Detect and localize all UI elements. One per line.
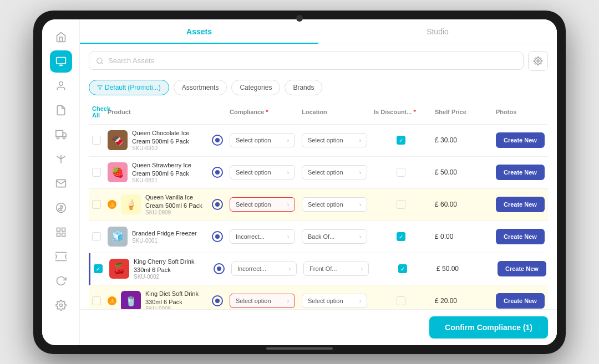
create-new-button[interactable]: Create New — [496, 229, 545, 244]
table-container: Check All Product Compliance* Location I… — [80, 100, 557, 309]
row-checkbox[interactable] — [92, 200, 101, 209]
compliance-select[interactable]: Select option› — [230, 133, 295, 147]
filter-brands[interactable]: Brands — [285, 80, 322, 95]
create-new-button[interactable]: Create New — [498, 261, 546, 276]
product-radio[interactable] — [212, 295, 223, 306]
product-image: 🍓 — [108, 162, 128, 182]
create-new-button[interactable]: Create New — [496, 165, 545, 180]
filter-assortments[interactable]: Assortments — [174, 80, 227, 95]
location-value: Select option — [308, 201, 343, 208]
col-product: Product — [104, 103, 226, 121]
row-checkbox[interactable] — [92, 232, 101, 241]
bottom-bar: Confirm Compliance (1) — [80, 309, 557, 345]
compliance-select[interactable]: Select option› — [230, 294, 295, 308]
product-sku: SKU-0811 — [132, 177, 207, 183]
compliance-value: Incorrect... — [237, 265, 266, 272]
row-checkbox[interactable] — [92, 296, 101, 305]
home-icon[interactable] — [50, 26, 72, 48]
create-new-button[interactable]: Create New — [496, 293, 545, 309]
user-icon[interactable] — [50, 75, 72, 97]
discount-checkbox[interactable] — [398, 264, 407, 273]
row-checkbox[interactable] — [92, 168, 101, 177]
mail-icon[interactable] — [50, 172, 72, 194]
compliance-select[interactable]: Incorrect...› — [231, 262, 297, 276]
svg-rect-8 — [57, 228, 60, 231]
svg-rect-2 — [55, 130, 63, 136]
chevron-icon: › — [287, 137, 289, 143]
settings-button[interactable] — [528, 51, 548, 71]
product-radio[interactable] — [212, 167, 223, 178]
sidebar — [42, 19, 80, 345]
warning-icon: ⚠ — [108, 296, 116, 305]
product-sku: SKU-0002 — [134, 274, 209, 280]
tab-studio[interactable]: Studio — [318, 19, 557, 44]
product-name: King Cherry Soft Drink 330ml 6 Pack — [134, 258, 209, 274]
row-checkbox[interactable] — [92, 136, 101, 145]
scale-icon[interactable] — [50, 148, 72, 170]
svg-marker-16 — [98, 85, 102, 90]
svg-point-12 — [59, 304, 62, 306]
row-checkbox[interactable] — [94, 264, 103, 273]
location-select[interactable]: Select option› — [302, 197, 367, 212]
svg-marker-3 — [63, 132, 66, 136]
col-photos: Photos — [493, 103, 557, 121]
compliance-value: Select option — [236, 201, 271, 208]
table-row: ⚠ 🥤 King Diet Soft Drink 330ml 6 Pack SK… — [89, 285, 548, 309]
product-radio[interactable] — [212, 199, 223, 210]
product-radio[interactable] — [212, 135, 223, 146]
location-select[interactable]: Select option› — [302, 133, 367, 147]
store-icon[interactable] — [50, 50, 72, 73]
discount-checkbox[interactable] — [397, 232, 405, 241]
location-select[interactable]: Select option› — [302, 165, 367, 180]
location-value: Back Of... — [308, 233, 334, 240]
discount-checkbox[interactable] — [397, 136, 405, 145]
col-location: Location — [298, 103, 370, 121]
filter-default[interactable]: Default (Promoti...) — [89, 80, 169, 95]
chevron-icon: › — [287, 234, 289, 240]
shelf-price: £ 30.00 — [432, 133, 493, 147]
shelf-price: £ 50.00 — [432, 165, 493, 180]
product-radio[interactable] — [214, 263, 225, 274]
document-icon[interactable] — [50, 99, 72, 121]
discount-checkbox[interactable] — [397, 296, 405, 305]
search-icon — [96, 57, 104, 65]
product-cell: 🍓 Queen Strawberry Ice Cream 500ml 6 Pac… — [108, 161, 223, 183]
product-cell: ⚠ 🥤 King Diet Soft Drink 330ml 6 Pack SK… — [108, 290, 223, 309]
compliance-select[interactable]: Select option› — [230, 197, 295, 212]
compliance-value: Select option — [236, 169, 271, 176]
refresh-icon[interactable] — [50, 270, 72, 292]
product-cell: 🍒 King Cherry Soft Drink 330ml 6 Pack SK… — [109, 258, 225, 280]
svg-point-15 — [537, 60, 539, 62]
location-value: Select option — [308, 298, 343, 304]
truck-icon[interactable] — [50, 124, 72, 146]
search-input[interactable] — [108, 57, 516, 65]
discount-checkbox[interactable] — [397, 168, 405, 177]
discount-checkbox[interactable] — [397, 200, 405, 209]
settings-icon[interactable] — [50, 294, 72, 316]
create-new-button[interactable]: Create New — [496, 132, 545, 148]
create-new-button[interactable]: Create New — [496, 197, 545, 212]
product-radio[interactable] — [212, 231, 223, 242]
svg-rect-11 — [62, 233, 65, 236]
dollar-icon[interactable] — [50, 197, 72, 219]
table-row: 🍒 King Cherry Soft Drink 330ml 6 Pack SK… — [89, 253, 548, 285]
location-select[interactable]: Front Of...› — [303, 262, 369, 276]
search-area — [80, 44, 557, 75]
svg-point-5 — [63, 136, 65, 139]
svg-rect-10 — [57, 233, 60, 236]
product-image: 🍫 — [108, 130, 128, 150]
compliance-select[interactable]: Incorrect...› — [230, 229, 295, 244]
product-image: 🍦 — [121, 194, 141, 214]
grid-icon[interactable] — [50, 221, 72, 243]
chevron-icon: › — [359, 234, 361, 240]
compliance-value: Select option — [236, 137, 271, 143]
product-name: Branded Fridge Freezer — [132, 229, 207, 237]
location-select[interactable]: Back Of...› — [302, 229, 367, 244]
location-select[interactable]: Select option› — [302, 294, 367, 308]
ticket-icon[interactable] — [50, 245, 72, 268]
confirm-compliance-button[interactable]: Confirm Compliance (1) — [429, 316, 548, 339]
compliance-select[interactable]: Select option› — [230, 165, 295, 180]
product-name: Queen Strawberry Ice Cream 500ml 6 Pack — [132, 161, 207, 177]
tab-assets[interactable]: Assets — [80, 19, 318, 44]
filter-categories[interactable]: Categories — [231, 80, 280, 95]
